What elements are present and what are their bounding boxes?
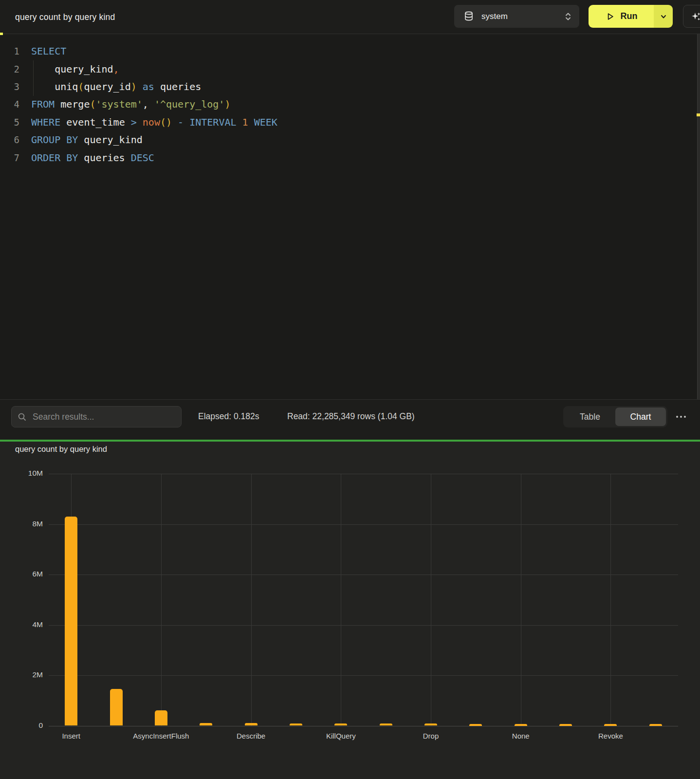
bar[interactable] [559, 724, 572, 726]
y-axis-tick-label: 8M [4, 519, 43, 528]
line-number: 1 [0, 46, 19, 56]
x-axis-tick-label: Insert [25, 732, 117, 740]
bar[interactable] [290, 723, 302, 726]
x-gridline [341, 474, 341, 726]
x-axis-tick-label: None [475, 732, 567, 740]
bar[interactable] [245, 723, 258, 725]
view-toggle: TableChart [563, 406, 667, 427]
code-line: 6GROUP BY query_kind [0, 131, 700, 148]
y-gridline [49, 726, 678, 726]
x-gridline [431, 474, 431, 726]
editor-active-indicator [0, 33, 3, 35]
header: query count by query kind system Run [0, 0, 700, 34]
sql-editor[interactable]: 1SELECT2 query_kind,3 uniq(query_id) as … [0, 35, 700, 399]
line-number: 6 [0, 134, 19, 145]
y-axis-tick-label: 10M [4, 469, 43, 478]
bar[interactable] [200, 723, 212, 726]
database-icon [464, 11, 474, 22]
y-axis-tick-label: 6M [4, 570, 43, 578]
code-text: query_kind, [31, 63, 119, 75]
run-button-label: Run [621, 11, 638, 21]
bar[interactable] [155, 710, 167, 725]
bar[interactable] [515, 724, 527, 726]
y-axis-tick-label: 0 [4, 721, 43, 730]
run-split-button: Run [589, 5, 673, 28]
query-success-divider [0, 440, 700, 442]
run-options-dropdown[interactable] [654, 5, 673, 28]
overview-ruler-mark [697, 113, 700, 116]
line-number: 2 [0, 64, 19, 74]
search-icon [18, 412, 27, 422]
bar[interactable] [65, 517, 77, 726]
line-number: 4 [0, 99, 19, 110]
y-gridline [49, 474, 678, 474]
code-text: WHERE event_time > now() - INTERVAL 1 WE… [31, 116, 277, 128]
line-number: 3 [0, 81, 19, 92]
view-toggle-table[interactable]: Table [565, 408, 615, 426]
code-line: 4FROM merge('system', '^query_log') [0, 95, 700, 113]
line-number: 5 [0, 117, 19, 128]
view-toggle-chart[interactable]: Chart [615, 408, 666, 426]
elapsed-stat: Elapsed: 0.182s [198, 411, 259, 422]
database-selector-value: system [481, 12, 564, 21]
code-line: 1SELECT [0, 42, 700, 60]
x-gridline [251, 474, 252, 726]
y-axis-tick-label: 4M [4, 620, 43, 629]
code-text: GROUP BY query_kind [31, 134, 143, 146]
play-icon [605, 12, 615, 21]
query-title: query count by query kind [15, 0, 115, 34]
line-number: 7 [0, 152, 19, 163]
code-line: 2 query_kind, [0, 60, 700, 77]
x-axis-tick-label: AsyncInsertFlush [115, 732, 207, 740]
code-text: FROM merge('system', '^query_log') [31, 98, 230, 110]
x-axis-tick-label: Revoke [564, 732, 657, 740]
y-gridline [49, 675, 678, 676]
y-gridline [49, 625, 678, 626]
bar[interactable] [604, 724, 617, 726]
search-results-input[interactable] [33, 412, 175, 422]
ai-assist-button[interactable] [683, 5, 700, 28]
y-gridline [49, 524, 678, 525]
search-results-box [11, 406, 182, 427]
run-button[interactable]: Run [589, 5, 654, 28]
database-selector[interactable]: system [454, 5, 579, 28]
x-gridline [161, 474, 162, 726]
chart-panel: query count by query kind 10M8M6M4M2M0In… [0, 442, 700, 779]
code-line: 3 uniq(query_id) as queries [0, 78, 700, 95]
chevron-down-icon [660, 13, 667, 20]
indent-guide [33, 60, 34, 96]
code-text: ORDER BY queries DESC [31, 152, 154, 164]
y-gridline [49, 575, 678, 575]
bar[interactable] [380, 723, 392, 725]
bar-chart: 10M8M6M4M2M0InsertAsyncInsertFlushDescri… [0, 442, 700, 779]
bar[interactable] [469, 724, 482, 726]
code-line: 7ORDER BY queries DESC [0, 148, 700, 166]
bar[interactable] [110, 689, 123, 725]
code-text: SELECT [31, 45, 66, 57]
x-gridline [521, 474, 521, 726]
code-line: 5WHERE event_time > now() - INTERVAL 1 W… [0, 113, 700, 131]
bar[interactable] [424, 723, 437, 725]
y-axis-tick-label: 2M [4, 670, 43, 679]
x-axis-tick-label: Describe [205, 732, 297, 740]
x-axis-tick-label: Drop [385, 732, 477, 740]
sparkles-icon [690, 11, 700, 22]
code-text: uniq(query_id) as queries [31, 81, 201, 93]
x-gridline [610, 474, 611, 726]
bar[interactable] [649, 724, 662, 726]
results-toolbar: Elapsed: 0.182s Read: 22,285,349 rows (1… [0, 399, 700, 440]
read-stat: Read: 22,285,349 rows (1.04 GB) [287, 411, 415, 422]
more-options-button[interactable] [673, 410, 689, 423]
bar[interactable] [334, 723, 347, 726]
x-axis-tick-label: KillQuery [295, 732, 387, 740]
chevron-up-down-icon [564, 11, 572, 22]
